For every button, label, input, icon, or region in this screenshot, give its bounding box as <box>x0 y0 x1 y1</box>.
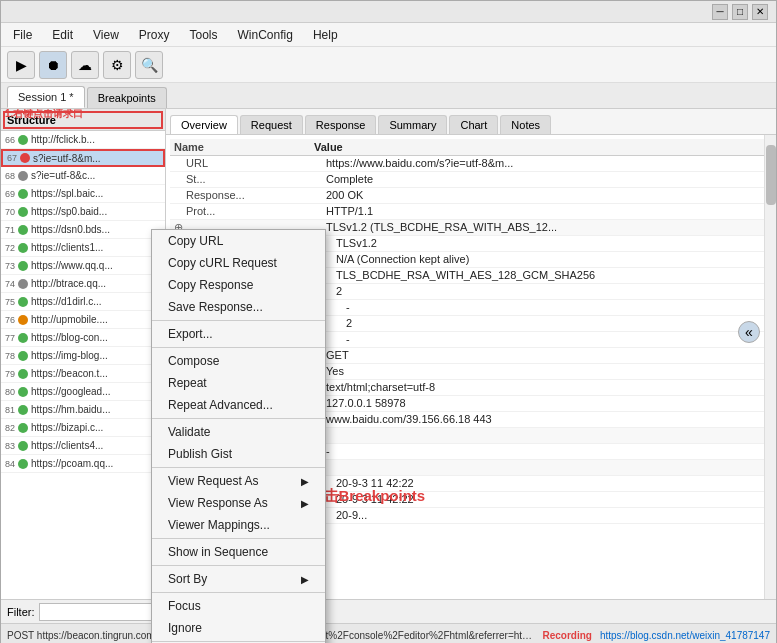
menu-tools[interactable]: Tools <box>182 26 226 44</box>
ctx-publish-gist[interactable]: Publish Gist <box>152 443 325 465</box>
filter-bar: Filter: <box>1 599 776 623</box>
rp-tab-response[interactable]: Response <box>305 115 377 134</box>
status-dot <box>18 171 28 181</box>
window-controls: ─ □ ✕ <box>712 4 768 20</box>
url-text: https://pcoam.qq... <box>31 458 113 469</box>
ctx-focus[interactable]: Focus <box>152 595 325 617</box>
structure-label: Structure <box>7 114 56 126</box>
url-text: http://upmobile.... <box>31 314 108 325</box>
tab-breakpoints[interactable]: Breakpoints <box>87 87 167 108</box>
header-value: Value <box>314 141 768 153</box>
minimize-button[interactable]: ─ <box>712 4 728 20</box>
status-dot <box>18 135 28 145</box>
maximize-button[interactable]: □ <box>732 4 748 20</box>
status-dot <box>18 189 28 199</box>
ctx-sort-by[interactable]: Sort By ▶ <box>152 568 325 590</box>
submenu-arrow: ▶ <box>301 476 309 487</box>
ctx-compose[interactable]: Compose <box>152 350 325 372</box>
context-menu: Copy URL Copy cURL Request Copy Response… <box>151 229 326 643</box>
status-dot <box>20 153 30 163</box>
url-item-80[interactable]: 80 https://googlead... <box>1 383 165 401</box>
ctx-repeat[interactable]: Repeat <box>152 372 325 394</box>
menu-bar: File Edit View Proxy Tools WinConfig Hel… <box>1 23 776 47</box>
ctx-show-sequence[interactable]: Show in Sequence <box>152 541 325 563</box>
menu-file[interactable]: File <box>5 26 40 44</box>
ctx-view-response-as[interactable]: View Response As ▶ <box>152 492 325 514</box>
url-item-83[interactable]: 83 https://clients4... <box>1 437 165 455</box>
ctx-copy-curl[interactable]: Copy cURL Request <box>152 252 325 274</box>
ctx-view-request-as[interactable]: View Request As ▶ <box>152 470 325 492</box>
url-item-70[interactable]: 70 https://sp0.baid... <box>1 203 165 221</box>
url-text: s?ie=utf-8&m... <box>33 153 101 164</box>
left-panel-header: Structure <box>1 109 165 131</box>
rp-tab-overview[interactable]: Overview <box>170 115 238 134</box>
recording-badge: Recording <box>542 630 591 641</box>
play-button[interactable]: ▶ <box>7 51 35 79</box>
close-button[interactable]: ✕ <box>752 4 768 20</box>
tab-bar: Session 1 * Breakpoints <box>1 83 776 109</box>
url-item-79[interactable]: 79 https://beacon.t... <box>1 365 165 383</box>
menu-view[interactable]: View <box>85 26 127 44</box>
search-button[interactable]: 🔍 <box>135 51 163 79</box>
rp-tab-request[interactable]: Request <box>240 115 303 134</box>
rp-tab-notes[interactable]: Notes <box>500 115 551 134</box>
status-dot <box>18 387 28 397</box>
url-text: https://sp0.baid... <box>31 206 107 217</box>
filter-input[interactable] <box>39 603 159 621</box>
settings-button[interactable]: ⚙ <box>103 51 131 79</box>
url-item-73[interactable]: 73 https://www.qq.q... <box>1 257 165 275</box>
url-item-82[interactable]: 82 https://bizapi.c... <box>1 419 165 437</box>
ctx-save-response[interactable]: Save Response... <box>152 296 325 318</box>
url-text: https://img-blog... <box>31 350 108 361</box>
ctx-viewer-mappings[interactable]: Viewer Mappings... <box>152 514 325 536</box>
url-text: http://btrace.qq... <box>31 278 106 289</box>
ctx-export[interactable]: Export... <box>152 323 325 345</box>
url-item-72[interactable]: 72 https://clients1... <box>1 239 165 257</box>
url-item-75[interactable]: 75 https://d1dirl.c... <box>1 293 165 311</box>
status-dot <box>18 459 28 469</box>
rp-tab-summary[interactable]: Summary <box>378 115 447 134</box>
url-item-68[interactable]: 68 s?ie=utf-8&c... <box>1 167 165 185</box>
url-list: 66 http://fclick.b... 67 s?ie=utf-8&m...… <box>1 131 165 599</box>
scrollbar[interactable] <box>764 135 776 599</box>
ctx-validate[interactable]: Validate <box>152 421 325 443</box>
url-text: s?ie=utf-8&c... <box>31 170 95 181</box>
url-item-76[interactable]: 76 http://upmobile.... <box>1 311 165 329</box>
url-item-66[interactable]: 66 http://fclick.b... <box>1 131 165 149</box>
submenu-arrow: ▶ <box>301 498 309 509</box>
left-panel: Structure 1.右键点击请求口 66 http://fclick.b..… <box>1 109 166 599</box>
cloud-button[interactable]: ☁ <box>71 51 99 79</box>
url-text: https://www.qq.q... <box>31 260 113 271</box>
record-button[interactable]: ⏺ <box>39 51 67 79</box>
expand-right-button[interactable]: « <box>738 321 760 343</box>
tab-session1[interactable]: Session 1 * <box>7 86 85 108</box>
url-text: https://clients1... <box>31 242 103 253</box>
url-item-71[interactable]: 71 https://dsn0.bds... <box>1 221 165 239</box>
ctx-copy-response[interactable]: Copy Response <box>152 274 325 296</box>
status-dot <box>18 243 28 253</box>
filter-label: Filter: <box>7 606 35 618</box>
url-item-81[interactable]: 81 https://hm.baidu... <box>1 401 165 419</box>
menu-winconfig[interactable]: WinConfig <box>230 26 301 44</box>
url-item-78[interactable]: 78 https://img-blog... <box>1 347 165 365</box>
url-item-67[interactable]: 67 s?ie=utf-8&m... <box>1 149 165 167</box>
url-item-74[interactable]: 74 http://btrace.qq... <box>1 275 165 293</box>
main-window: ─ □ ✕ File Edit View Proxy Tools WinConf… <box>0 0 777 643</box>
url-item-69[interactable]: 69 https://spl.baic... <box>1 185 165 203</box>
ctx-ignore[interactable]: Ignore <box>152 617 325 639</box>
rp-tab-chart[interactable]: Chart <box>449 115 498 134</box>
right-panel-tabs: Overview Request Response Summary Chart … <box>166 109 776 135</box>
scrollbar-thumb[interactable] <box>766 145 776 205</box>
url-item-77[interactable]: 77 https://blog-con... <box>1 329 165 347</box>
ctx-repeat-advanced[interactable]: Repeat Advanced... <box>152 394 325 416</box>
status-dot <box>18 297 28 307</box>
status-dot <box>18 405 28 415</box>
ctx-copy-url[interactable]: Copy URL <box>152 230 325 252</box>
menu-edit[interactable]: Edit <box>44 26 81 44</box>
menu-proxy[interactable]: Proxy <box>131 26 178 44</box>
url-item-84[interactable]: 84 https://pcoam.qq... <box>1 455 165 473</box>
url-text: https://dsn0.bds... <box>31 224 110 235</box>
url-text: https://d1dirl.c... <box>31 296 102 307</box>
title-bar: ─ □ ✕ <box>1 1 776 23</box>
menu-help[interactable]: Help <box>305 26 346 44</box>
